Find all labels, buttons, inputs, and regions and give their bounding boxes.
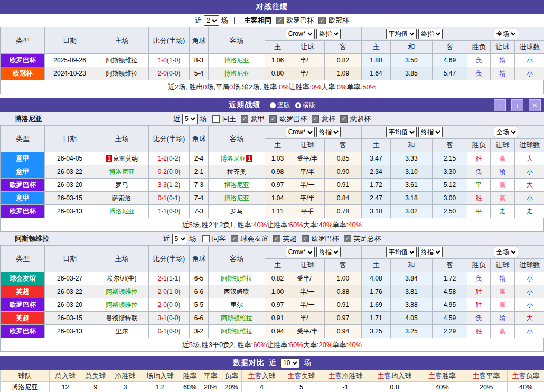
avg-away-cell: 3.30 — [433, 165, 467, 179]
odds-home-cell: 1.06 — [265, 54, 290, 67]
odds-home-cell: 1.11 — [265, 205, 290, 218]
index-type-select[interactable]: 终指 — [316, 247, 341, 257]
scope-select[interactable]: 全场 — [494, 247, 518, 257]
full-score: 0-1 — [158, 328, 167, 335]
corner-cell: 5-5 — [190, 298, 209, 312]
bookmaker-select[interactable]: Crow* — [286, 127, 315, 137]
avg-home-cell: 1.72 — [362, 179, 391, 192]
same-venue-checkbox[interactable] — [212, 115, 220, 123]
sub-column-header: 让球 — [290, 139, 325, 152]
league-filter-checkbox[interactable]: ✓ — [312, 115, 319, 123]
summary-segment: 近 — [182, 220, 189, 230]
home-team-cell: 博洛尼亚 — [95, 165, 149, 179]
away-marker: 客 — [335, 372, 342, 380]
games-count-select[interactable]: 5 — [182, 114, 198, 124]
index-type-select-2[interactable]: 终指 — [418, 127, 443, 137]
games-label: 场 — [304, 358, 311, 368]
summary-line: 近5场,胜3平0负2, 胜率:60% 让胜率:60% 大率:20% 单率:40% — [1, 338, 543, 351]
same-venue-label: 同主 — [222, 114, 236, 124]
scope-select[interactable]: 全场 — [494, 29, 518, 39]
half-score: (1-0) — [167, 288, 180, 295]
summary-segment: 5 — [189, 341, 193, 349]
avg-home-cell: 4.08 — [362, 272, 391, 285]
average-select[interactable]: 平均值 — [386, 127, 417, 137]
home-team-cell: 里尔 — [95, 325, 149, 338]
column-header: 比分(半场) — [149, 126, 190, 152]
sub-column-header: 和 — [391, 259, 433, 272]
down-icon[interactable]: ↓ — [511, 99, 523, 111]
index-type-select[interactable]: 终指 — [316, 29, 341, 39]
league-filter-checkbox[interactable]: ✓ — [231, 235, 238, 242]
league-filter-checkbox[interactable]: ✓ — [276, 17, 284, 24]
league-filter-checkbox[interactable]: ✓ — [344, 235, 351, 242]
sub-column-header: 让球 — [491, 139, 515, 152]
average-select[interactable]: 平均值 — [386, 247, 417, 257]
away-team-cell: 西汉姆联 — [209, 285, 265, 298]
section-team-label: 博洛尼亚 — [15, 114, 42, 124]
index-type-select[interactable]: 终指 — [316, 127, 341, 137]
league-filter-label: 欧罗巴杯 — [286, 16, 314, 25]
average-dropdowns-cell: 平均值 终指 — [362, 246, 467, 259]
bookmaker-select[interactable]: Crow* — [286, 247, 315, 257]
scope-dropdown-cell: 全场 — [467, 246, 544, 259]
near-label: 近 — [269, 358, 276, 368]
sub-column-header: 客 — [325, 139, 362, 152]
away-team-cell: 里尔 — [209, 298, 265, 312]
header-text: 均入球 — [391, 372, 412, 380]
index-type-select-2[interactable]: 终指 — [418, 29, 443, 39]
full-score: 0-1 — [158, 194, 167, 202]
column-header: 日期 — [45, 27, 95, 54]
summary-segment: 50% — [362, 83, 376, 91]
same-venue-checkbox[interactable] — [202, 235, 210, 242]
avg-home-cell: 1.71 — [362, 312, 391, 325]
games-count-select[interactable]: 2 — [204, 15, 219, 26]
stat-cell: 12 — [50, 382, 81, 392]
same-venue-checkbox[interactable] — [234, 17, 241, 24]
games-label: 场 — [221, 16, 228, 25]
home-team-name: 阿斯顿维拉 — [106, 301, 138, 309]
column-header: 主场 — [95, 246, 149, 272]
away-team-cell: 拉齐奥 — [209, 165, 265, 179]
handicap-cell: 平/半 — [290, 165, 325, 179]
index-type-select-2[interactable]: 终指 — [418, 247, 443, 257]
sub-column-header: 胜负 — [467, 259, 491, 272]
window-buttons: ↑↓✕ — [494, 99, 541, 111]
result-handicap-cell: 输 — [491, 165, 515, 179]
handicap-cell: 平/半 — [290, 192, 325, 205]
compare-column-header: 主客失球 — [282, 370, 321, 382]
compare-title: 数据对比 — [233, 358, 265, 368]
odds-home-cell: 0.82 — [265, 272, 290, 285]
table-row: 欧罗巴杯26-03-13里尔0-1(0-0)3-2阿斯顿维拉0.94受平/半0.… — [1, 325, 544, 338]
average-select[interactable]: 平均值 — [386, 29, 417, 39]
games-count-select[interactable]: 5 — [172, 234, 187, 244]
result-handicap-cell: 输 — [491, 54, 515, 67]
league-filter-checkbox[interactable]: ✓ — [269, 115, 277, 123]
view-radio[interactable] — [295, 102, 301, 108]
result-wdl-cell: 负 — [467, 312, 491, 325]
league-filter-checkbox[interactable]: ✓ — [318, 17, 326, 24]
handicap-cell: 受半/一 — [290, 272, 325, 285]
date-cell: 26-03-13 — [45, 325, 95, 338]
summary-segment: 5 — [189, 221, 193, 229]
bookmaker-select[interactable]: Crow* — [286, 29, 315, 39]
close-icon[interactable]: ✕ — [529, 99, 541, 111]
odds-away-cell: 0.84 — [325, 192, 362, 205]
away-team-name: 阿斯顿维拉 — [221, 314, 252, 322]
league-filter-checkbox[interactable]: ✓ — [340, 115, 348, 123]
league-filter-checkbox[interactable]: ✓ — [241, 115, 248, 123]
column-header: 客场 — [209, 126, 265, 152]
compare-games-select[interactable]: 10 — [280, 358, 299, 368]
odds-home-cell: 0.80 — [265, 67, 290, 80]
table-row: 欧冠杯2024-10-23阿斯顿维拉2-0(0-0)5-4博洛尼亚0.80半/一… — [1, 67, 544, 80]
half-score: (1-1) — [167, 275, 180, 282]
result-goals-cell: 大 — [515, 312, 544, 325]
view-radio-selected[interactable] — [270, 102, 276, 108]
league-filter-checkbox[interactable]: ✓ — [302, 235, 309, 242]
league-filter-checkbox[interactable]: ✓ — [273, 235, 280, 242]
scope-select[interactable]: 全场 — [494, 127, 518, 137]
up-icon[interactable]: ↑ — [494, 99, 506, 111]
sub-column-header: 主 — [362, 259, 391, 272]
corner-cell: 7-4 — [190, 192, 209, 205]
away-team-name: 里尔 — [230, 301, 243, 309]
result-wdl-cell: 胜 — [467, 325, 491, 338]
